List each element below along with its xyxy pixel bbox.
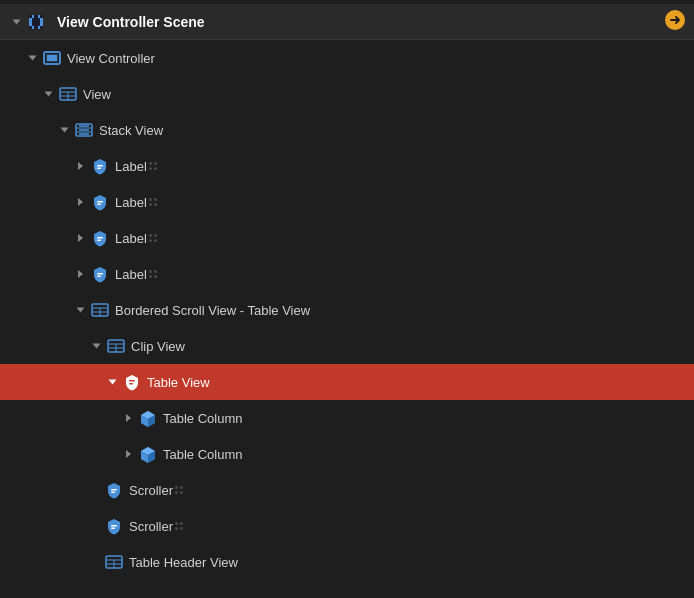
svg-rect-7 (32, 18, 40, 26)
row-label: View (83, 87, 111, 102)
disclosure-toggle[interactable] (56, 122, 72, 138)
row-label: View Controller (67, 51, 155, 66)
row-label: Table Column (163, 411, 243, 426)
disclosure-toggle[interactable] (88, 338, 104, 354)
disclosure-toggle[interactable] (72, 302, 88, 318)
scroll-view-icon (90, 300, 110, 320)
row-label: Table Column (163, 447, 243, 462)
row-label: Label (115, 159, 147, 174)
disclosure-toggle[interactable] (24, 50, 40, 66)
tree-row[interactable]: Table Header View (0, 544, 694, 580)
svg-rect-31 (97, 276, 101, 278)
tree-row[interactable]: Label (0, 148, 694, 184)
svg-rect-28 (97, 237, 103, 239)
clip-view-icon (106, 336, 126, 356)
disclosure-toggle[interactable] (72, 158, 88, 174)
scroller-icon (104, 516, 124, 536)
tree-row[interactable]: Table Column (0, 436, 694, 472)
tree-row[interactable]: Stack View (0, 112, 694, 148)
scene-title: View Controller Scene (57, 14, 205, 30)
svg-rect-2 (34, 15, 38, 18)
label-icon (90, 228, 110, 248)
svg-rect-6 (40, 26, 43, 29)
stack-view-icon (74, 120, 94, 140)
svg-rect-26 (97, 201, 103, 203)
table-column-icon (138, 444, 158, 464)
row-label: Bordered Scroll View - Table View (115, 303, 310, 318)
tree-row[interactable]: Bordered Scroll View - Table View (0, 292, 694, 328)
row-label: Scroller (129, 519, 173, 534)
svg-rect-52 (111, 525, 117, 527)
svg-rect-40 (129, 380, 135, 382)
svg-rect-51 (111, 492, 115, 494)
disclosure-toggle[interactable] (72, 194, 88, 210)
row-label: Label (115, 231, 147, 246)
disclosure-toggle[interactable] (40, 86, 56, 102)
tree-container: View Controller Scene View Controller (0, 0, 694, 598)
svg-rect-50 (111, 489, 117, 491)
label-icon (90, 264, 110, 284)
disclosure-toggle[interactable] (72, 230, 88, 246)
row-label: Table Header View (129, 555, 238, 570)
tree-row[interactable]: Label (0, 184, 694, 220)
svg-rect-29 (97, 240, 101, 242)
tree-row[interactable]: Scroller (0, 472, 694, 508)
film-strip-icon (26, 12, 46, 32)
arrow-right-circle-icon (664, 9, 686, 31)
table-view-row[interactable]: Table View (0, 364, 694, 400)
scene-disclosure[interactable] (8, 14, 24, 30)
svg-rect-1 (29, 15, 32, 18)
row-label: Stack View (99, 123, 163, 138)
tree-row[interactable]: Scroller (0, 508, 694, 544)
disclosure-toggle[interactable] (120, 446, 136, 462)
view-icon (58, 84, 78, 104)
svg-rect-30 (97, 273, 103, 275)
disclosure-toggle[interactable] (72, 266, 88, 282)
view-controller-icon (42, 48, 62, 68)
svg-rect-4 (29, 26, 32, 29)
table-view-icon (122, 372, 142, 392)
table-header-view-icon (104, 552, 124, 572)
row-label: Label (115, 267, 147, 282)
scroller-icon (104, 480, 124, 500)
table-column-icon (138, 408, 158, 428)
row-label: Label (115, 195, 147, 210)
svg-rect-24 (97, 168, 101, 170)
label-icon (90, 156, 110, 176)
svg-rect-53 (111, 528, 115, 530)
row-label: Clip View (131, 339, 185, 354)
tree-row[interactable]: View (0, 76, 694, 112)
svg-rect-3 (40, 15, 43, 18)
scene-header-row: View Controller Scene (0, 4, 694, 40)
header-action[interactable] (664, 9, 686, 34)
row-label: Scroller (129, 483, 173, 498)
svg-rect-27 (97, 204, 101, 206)
row-label: Table View (147, 375, 210, 390)
tree-row[interactable]: Clip View (0, 328, 694, 364)
tree-row[interactable]: View Controller (0, 40, 694, 76)
tree-row[interactable]: Table Column (0, 400, 694, 436)
svg-rect-12 (47, 55, 57, 61)
tree-row[interactable]: Label (0, 220, 694, 256)
svg-rect-5 (34, 26, 38, 29)
disclosure-toggle[interactable] (104, 374, 120, 390)
label-icon (90, 192, 110, 212)
disclosure-toggle[interactable] (120, 410, 136, 426)
svg-rect-23 (97, 165, 103, 167)
svg-rect-41 (129, 383, 133, 385)
tree-row[interactable]: Label (0, 256, 694, 292)
